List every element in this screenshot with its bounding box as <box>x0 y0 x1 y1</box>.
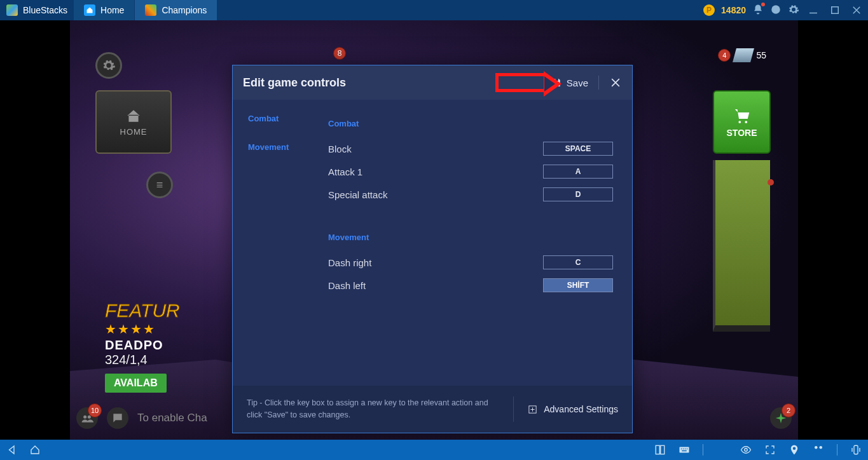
keybox-dash-right[interactable]: C <box>543 255 613 269</box>
toggle-keymap-icon[interactable] <box>654 444 666 456</box>
row-block: Block SPACE <box>328 137 613 160</box>
svg-rect-19 <box>854 445 858 454</box>
svg-point-5 <box>83 416 86 419</box>
edit-controls-modal: Edit game controls Save Combat Movement <box>232 65 633 433</box>
save-button[interactable]: Save <box>552 78 588 88</box>
featured-hero-stat: 324/1,4 <box>105 353 180 367</box>
row-dash-right: Dash right C <box>328 251 613 274</box>
minimize-button[interactable] <box>806 3 821 18</box>
title-right: P 14820 <box>703 3 868 18</box>
crystal-icon <box>733 48 754 62</box>
svg-point-18 <box>820 446 823 449</box>
svg-rect-8 <box>656 445 659 454</box>
svg-rect-13 <box>685 449 686 450</box>
hud-currency[interactable]: 4 55 <box>718 48 766 62</box>
modal-body: Combat Movement Combat Block SPACE Attac… <box>233 100 632 387</box>
keybox-block[interactable]: SPACE <box>543 142 613 156</box>
champions-app-icon <box>145 4 156 16</box>
sidebar-item-movement[interactable]: Movement <box>248 142 315 152</box>
coin-count: 14820 <box>721 5 746 15</box>
label-block: Block <box>328 144 352 154</box>
android-taskbar <box>0 440 868 460</box>
letterbox-right <box>798 20 868 440</box>
chat-placeholder: To enable Cha <box>137 412 207 424</box>
modal-main: Combat Block SPACE Attack 1 A Special at… <box>315 100 632 387</box>
mail-icon[interactable]: 2 <box>770 407 792 429</box>
footer-divider <box>513 396 514 422</box>
game-store-label: STORE <box>727 128 757 138</box>
label-dash-right: Dash right <box>328 257 371 268</box>
close-icon <box>609 76 622 89</box>
fullscreen-icon[interactable] <box>764 444 776 456</box>
row-dash-left: Dash left SHİFT <box>328 274 613 297</box>
advanced-settings-label: Advanced Settings <box>544 404 618 414</box>
show-icon[interactable] <box>740 444 752 456</box>
keybox-attack1[interactable]: A <box>543 165 613 179</box>
footer-tip: Tip - Click the key box to assign a new … <box>247 397 501 421</box>
gear-icon[interactable] <box>788 4 799 17</box>
modal-footer: Tip - Click the key box to assign a new … <box>233 386 632 433</box>
tab-home[interactable]: Home <box>74 0 135 20</box>
label-attack1: Attack 1 <box>328 166 362 177</box>
advanced-settings-button[interactable]: Advanced Settings <box>528 404 618 414</box>
keybox-dash-left[interactable]: SHİFT <box>543 278 613 292</box>
account-icon[interactable] <box>770 4 782 17</box>
game-settings-button[interactable] <box>95 52 122 79</box>
chat-bubble-icon[interactable] <box>107 407 128 429</box>
close-button[interactable] <box>609 76 622 89</box>
tab-home-label: Home <box>100 5 124 15</box>
svg-point-3 <box>738 121 741 123</box>
svg-rect-10 <box>680 447 689 453</box>
screenshot-icon[interactable] <box>813 444 824 456</box>
svg-point-17 <box>815 446 818 449</box>
svg-rect-2 <box>832 7 839 14</box>
svg-rect-11 <box>681 449 682 450</box>
shake-icon[interactable] <box>850 444 862 456</box>
tab-champions[interactable]: Champions <box>135 0 217 20</box>
modal-header: Edit game controls Save <box>233 65 632 100</box>
game-store-button[interactable]: STORE <box>713 90 771 154</box>
close-window-button[interactable] <box>849 3 864 18</box>
svg-rect-12 <box>683 449 684 450</box>
mail-badge: 2 <box>782 403 796 417</box>
featured-available-button[interactable]: AVAILAB <box>105 374 167 393</box>
maximize-button[interactable] <box>827 3 843 18</box>
svg-rect-15 <box>682 450 687 452</box>
sidebar-item-combat[interactable]: Combat <box>248 114 315 123</box>
advanced-settings-icon <box>528 405 537 414</box>
game-menu-button[interactable]: ≡ <box>146 172 173 198</box>
header-divider <box>598 76 599 90</box>
section-title-combat: Combat <box>328 119 613 128</box>
svg-rect-14 <box>687 449 688 450</box>
modal-title: Edit game controls <box>243 76 346 90</box>
notification-icon[interactable] <box>752 4 764 17</box>
taskbar-divider <box>703 444 703 456</box>
coin-icon: P <box>703 4 715 16</box>
location-icon[interactable] <box>789 444 800 456</box>
modal-sidebar: Combat Movement <box>233 100 315 387</box>
svg-rect-1 <box>809 13 817 14</box>
game-home-button[interactable]: HOME <box>95 90 172 154</box>
back-icon[interactable] <box>6 444 18 456</box>
save-label: Save <box>567 78 588 88</box>
title-bar: BlueStacks Home Champions P 14820 <box>0 0 868 20</box>
taskbar-divider-2 <box>837 444 837 456</box>
svg-point-16 <box>745 449 748 452</box>
keyboard-icon[interactable] <box>679 444 690 456</box>
alliance-chat-icon[interactable]: 10 <box>76 407 98 429</box>
svg-point-4 <box>745 121 747 123</box>
tab-champions-label: Champions <box>162 5 207 15</box>
emulator-viewport: ≡ 8 4 55 HOME STORE FEATUR ★★★★ DEADPO 3… <box>0 20 868 440</box>
home-icon[interactable] <box>29 444 41 456</box>
keybox-special[interactable]: D <box>543 187 613 201</box>
letterbox-left <box>0 20 70 440</box>
svg-point-0 <box>771 5 780 14</box>
character-portrait[interactable] <box>713 160 770 332</box>
section-title-movement: Movement <box>328 233 613 242</box>
install-apk-icon[interactable] <box>716 444 727 456</box>
game-home-label: HOME <box>120 127 148 137</box>
featured-title: FEATUR <box>105 300 180 321</box>
alliance-chat-badge: 10 <box>88 403 102 417</box>
home-app-icon <box>84 4 95 16</box>
svg-rect-9 <box>661 445 665 454</box>
